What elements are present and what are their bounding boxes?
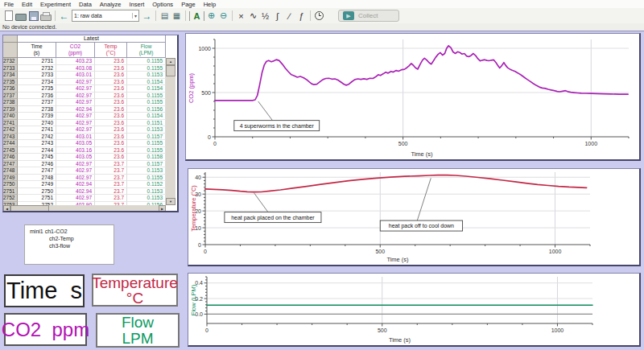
time-meter-box[interactable]: Time s xyxy=(4,274,85,307)
scroll-up-icon[interactable]: ▲ xyxy=(166,58,175,65)
table-cell-time: 2749 xyxy=(18,181,56,188)
table-row[interactable]: 27342733403.0123.60.1153 xyxy=(3,72,166,79)
svg-text:Flow (LPM): Flow (LPM) xyxy=(190,284,197,315)
flow-meter-unit: LPM xyxy=(122,331,153,347)
examine-icon[interactable]: × xyxy=(236,10,246,22)
integral-icon[interactable]: ∫ xyxy=(272,10,283,22)
menu-item-file[interactable]: File xyxy=(4,1,14,8)
data-collection-icon[interactable] xyxy=(314,10,324,22)
svg-text:40: 40 xyxy=(195,175,201,180)
table-cell-temp: 23.6 xyxy=(95,126,127,134)
curve-fit-icon[interactable]: ƒ xyxy=(296,10,307,22)
table-vertical-scrollbar[interactable]: ▲ ▼ xyxy=(166,58,175,205)
table-cell-time: 2744 xyxy=(18,147,56,154)
menu-item-experiment[interactable]: Experiment xyxy=(40,1,71,8)
tangent-icon[interactable]: ∿ xyxy=(248,10,258,22)
table-cell-co2: 403.08 xyxy=(56,65,95,72)
save-icon[interactable] xyxy=(28,10,39,22)
page-selector-dropdown[interactable]: 1: raw data ▾ xyxy=(72,10,139,22)
menu-item-insert[interactable]: Insert xyxy=(130,1,145,8)
table-row[interactable]: 27352734402.9723.60.1154 xyxy=(3,79,166,86)
table-row[interactable]: 27382737402.9723.60.1155 xyxy=(3,99,166,106)
column-header-flow[interactable]: Flow(LPM) xyxy=(127,43,166,58)
flow-plot: 050010000.00.20.4Time (s)Flow (LPM) xyxy=(188,274,639,345)
table-row[interactable]: 27392738402.9423.60.1156 xyxy=(3,106,166,113)
table-cell-n: 2735 xyxy=(3,79,18,86)
statistics-icon[interactable]: ½ xyxy=(260,10,270,22)
table-cell-n: 2741 xyxy=(3,120,18,127)
temperature-meter-box[interactable]: Temperature °C xyxy=(92,274,178,307)
table-row[interactable]: 27492748402.9723.70.1155 xyxy=(3,175,166,182)
table-cell-flow: 0.1153 xyxy=(127,126,166,134)
menu-item-help[interactable]: Help xyxy=(204,1,216,8)
table-cell-time: 2751 xyxy=(18,195,56,202)
table-row[interactable]: 27332732403.0823.60.1155 xyxy=(3,65,166,72)
table-cell-flow: 0.1155 xyxy=(127,175,166,182)
table-row[interactable]: 27422741402.9723.60.1153 xyxy=(3,126,166,134)
column-header-temp[interactable]: Temp(°C) xyxy=(95,43,127,58)
table-row[interactable]: 27412740402.9723.60.1151 xyxy=(3,120,166,127)
co2-chart[interactable]: 0500100005001000Time (s)CO2 (ppm)4 super… xyxy=(185,33,641,161)
collect-button[interactable]: ▶ Collect xyxy=(338,10,399,22)
table-row[interactable]: 27462745403.0523.60.1158 xyxy=(3,154,166,161)
svg-text:Time (s): Time (s) xyxy=(386,256,409,263)
text-annotation-icon[interactable]: A xyxy=(189,11,204,21)
table-row[interactable]: 27322731403.2323.60.1155 xyxy=(3,58,166,65)
menu-item-options[interactable]: Options xyxy=(152,1,173,8)
table-row[interactable]: 27402739402.9723.60.1154 xyxy=(3,113,166,120)
scroll-down-icon[interactable]: ▼ xyxy=(166,198,175,205)
menu-item-page[interactable]: Page xyxy=(181,1,196,8)
new-file-icon[interactable] xyxy=(3,10,14,22)
menu-item-analyze[interactable]: Analyze xyxy=(100,1,122,8)
table-row[interactable]: 27512750402.9423.70.1153 xyxy=(3,188,166,196)
table-cell-n: 2751 xyxy=(3,188,18,196)
linear-fit-icon[interactable]: ∕ xyxy=(284,10,295,22)
menu-item-data[interactable]: Data xyxy=(79,1,92,8)
table-cell-co2: 402.97 xyxy=(56,85,95,93)
zoom-in-icon[interactable]: ⊕ xyxy=(206,10,217,22)
table-row[interactable]: 27472746402.9723.70.1157 xyxy=(3,161,166,168)
menu-item-edit[interactable]: Edit xyxy=(22,1,32,8)
svg-text:0: 0 xyxy=(198,242,201,248)
svg-text:0: 0 xyxy=(213,141,217,146)
table-cell-flow: 0.1153 xyxy=(127,188,166,196)
data-table-panel[interactable]: Latest Time(s) CO2(ppm) Temp(°C) Flow(LP… xyxy=(2,35,179,212)
table-cell-co2: 403.16 xyxy=(56,147,95,154)
next-page-icon[interactable]: → xyxy=(142,10,152,22)
table-row[interactable]: 27442743403.0523.60.1155 xyxy=(3,140,166,147)
svg-text:Time (s): Time (s) xyxy=(411,150,433,158)
table-row[interactable]: 27482747402.9723.70.1153 xyxy=(3,167,166,175)
column-header-co2[interactable]: CO2(ppm) xyxy=(56,43,95,58)
co2-meter-box[interactable]: CO2 ppm xyxy=(4,313,87,346)
table-cell-n: 2742 xyxy=(3,126,18,134)
scroll-left-icon[interactable]: ◀ xyxy=(3,205,10,212)
table-cell-temp: 23.6 xyxy=(95,93,127,100)
print-icon[interactable] xyxy=(40,10,52,22)
table-cell-flow: 0.1153 xyxy=(127,72,166,79)
open-file-icon[interactable] xyxy=(15,10,27,22)
table-row[interactable]: 27502749402.9423.70.1152 xyxy=(3,181,166,188)
table-row[interactable]: 27432742403.0123.60.1157 xyxy=(3,134,166,141)
scroll-right-icon[interactable]: ▶ xyxy=(159,205,166,212)
scrollbar-thumb[interactable] xyxy=(166,65,175,76)
svg-text:1000: 1000 xyxy=(551,327,564,333)
channels-note-box[interactable]: mini1 ch1-CO2 ch2-Temp ch3-flow xyxy=(24,224,114,265)
flow-chart[interactable]: 050010000.00.20.4Time (s)Flow (LPM) xyxy=(188,273,641,347)
flow-meter-box[interactable]: Flow LPM xyxy=(96,313,180,348)
data-browser-icon[interactable]: ▤ xyxy=(159,10,170,22)
table-cell-temp: 23.6 xyxy=(95,113,127,120)
scrollbar-thumb[interactable] xyxy=(10,205,49,212)
column-header-time[interactable]: Time(s) xyxy=(18,43,56,58)
previous-page-icon[interactable]: ← xyxy=(59,10,69,22)
data-table-icon[interactable]: ▦ xyxy=(171,10,182,22)
table-row[interactable]: 27372736402.9723.60.1155 xyxy=(3,93,166,100)
table-horizontal-scrollbar[interactable]: ◀ ▶ xyxy=(3,205,166,212)
table-row[interactable]: 27362735402.9723.60.1154 xyxy=(3,85,166,93)
zoom-out-icon[interactable]: ⊖ xyxy=(218,10,229,22)
temperature-chart[interactable]: 05001000010203040Time (s)Temperature (°C… xyxy=(188,168,641,266)
table-row[interactable]: 27522751402.9723.70.1153 xyxy=(3,195,166,202)
table-cell-temp: 23.6 xyxy=(95,85,127,93)
table-corner-cell xyxy=(3,35,18,43)
table-cell-flow: 0.1153 xyxy=(127,195,166,202)
table-row[interactable]: 27452744403.1623.60.1155 xyxy=(3,147,166,154)
